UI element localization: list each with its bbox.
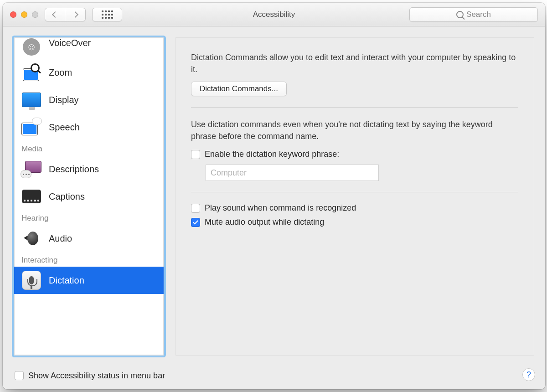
zoom-icon: [21, 63, 41, 82]
sidebar-item-dictation[interactable]: Dictation: [14, 267, 164, 294]
sidebar-item-captions[interactable]: Captions: [14, 183, 164, 210]
universal-access-icon: ☺: [21, 38, 41, 56]
search-placeholder: Search: [466, 10, 491, 19]
sidebar-section-media: Media: [14, 141, 164, 155]
nav-back-forward: [45, 8, 86, 21]
audio-icon: [21, 229, 41, 248]
search-icon: [456, 11, 464, 18]
mute-audio-row: Mute audio output while dictating: [191, 217, 518, 227]
search-field[interactable]: Search: [409, 7, 538, 22]
minimize-window-button[interactable]: [21, 11, 27, 18]
sidebar-item-label: Descriptions: [49, 164, 99, 175]
captions-icon: [21, 187, 41, 206]
sidebar-section-interacting: Interacting: [14, 252, 164, 267]
footer: Show Accessibility status in menu bar ?: [3, 362, 545, 389]
sidebar-item-label: Captions: [49, 191, 85, 202]
play-sound-label: Play sound when command is recognized: [205, 203, 356, 213]
keyword-phrase-value: Computer: [211, 168, 247, 178]
titlebar: Accessibility Search: [3, 3, 545, 26]
detail-panel: Dictation Commands allow you to edit tex…: [175, 37, 534, 356]
chevron-right-icon: [72, 11, 78, 17]
enable-keyword-checkbox[interactable]: [191, 150, 200, 159]
sidebar-item-descriptions[interactable]: Descriptions: [14, 155, 164, 183]
speech-icon: [21, 118, 41, 136]
sidebar: ☺ VoiceOver Zoom Display Speech Media De…: [14, 37, 164, 356]
intro-text: Dictation Commands allow you to edit tex…: [191, 52, 518, 75]
divider: [191, 192, 518, 192]
sidebar-item-label: Audio: [49, 233, 72, 244]
play-sound-checkbox[interactable]: [191, 204, 200, 213]
question-icon: ?: [526, 370, 531, 380]
sidebar-item-zoom[interactable]: Zoom: [14, 59, 164, 86]
enable-keyword-label: Enable the dictation keyword phrase:: [205, 150, 339, 159]
sidebar-section-hearing: Hearing: [14, 210, 164, 225]
keyword-intro-text: Use dictation commands even when you're …: [191, 119, 518, 142]
sidebar-item-label: Speech: [49, 122, 80, 133]
descriptions-icon: [21, 160, 41, 178]
show-all-button[interactable]: [92, 8, 122, 21]
sidebar-item-audio[interactable]: Audio: [14, 225, 164, 252]
sidebar-item-speech[interactable]: Speech: [14, 113, 164, 141]
dictation-commands-button[interactable]: Dictation Commands...: [191, 82, 287, 96]
sidebar-item-label: Dictation: [49, 275, 84, 286]
show-status-checkbox[interactable]: [15, 371, 24, 380]
grid-icon: [102, 10, 113, 19]
mute-audio-checkbox[interactable]: [191, 218, 200, 227]
sidebar-item-label: Display: [49, 95, 79, 105]
help-button[interactable]: ?: [522, 368, 535, 381]
window: Accessibility Search ☺ VoiceOver Zoom Di…: [3, 3, 545, 389]
close-window-button[interactable]: [10, 11, 16, 18]
divider: [191, 107, 518, 108]
show-status-label: Show Accessibility status in menu bar: [28, 371, 165, 381]
check-icon: [193, 219, 198, 225]
sidebar-item-label: Zoom: [49, 67, 72, 78]
content-area: ☺ VoiceOver Zoom Display Speech Media De…: [3, 26, 545, 366]
enable-keyword-row: Enable the dictation keyword phrase:: [191, 150, 518, 159]
display-icon: [21, 91, 41, 109]
sidebar-item-display[interactable]: Display: [14, 86, 164, 113]
play-sound-row: Play sound when command is recognized: [191, 203, 518, 213]
sidebar-item-label: VoiceOver: [49, 38, 91, 48]
mute-audio-label: Mute audio output while dictating: [205, 217, 324, 227]
keyword-phrase-field[interactable]: Computer: [206, 165, 379, 181]
button-label: Dictation Commands...: [200, 84, 278, 93]
dictation-icon: [21, 271, 41, 289]
zoom-window-button[interactable]: [32, 11, 38, 18]
chevron-left-icon: [52, 11, 58, 17]
forward-button[interactable]: [65, 8, 85, 21]
back-button[interactable]: [45, 8, 65, 21]
sidebar-item-voiceover[interactable]: ☺ VoiceOver: [14, 38, 164, 59]
window-controls: [10, 11, 38, 18]
